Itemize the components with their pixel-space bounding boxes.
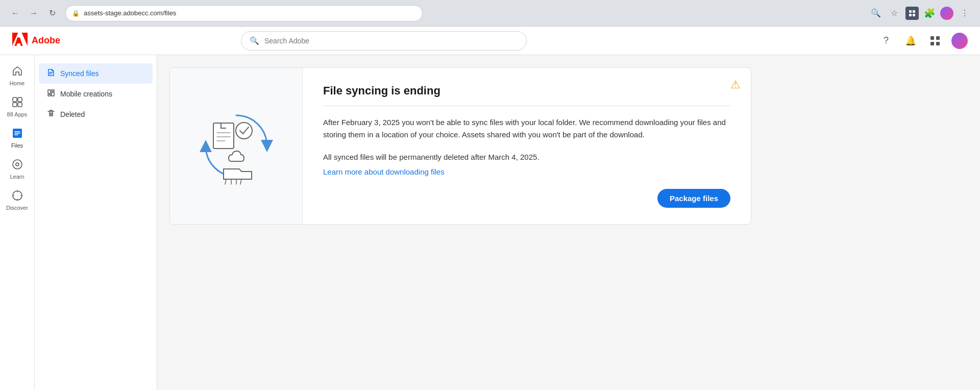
svg-rect-0 (909, 10, 912, 13)
notification-body: After February 3, 2025 you won't be able… (323, 116, 730, 141)
apps-label: 88 Apps (7, 111, 28, 117)
sidebar-item-files[interactable]: Files (3, 124, 32, 153)
top-nav: Adobe 🔍 ? 🔔 (0, 27, 980, 55)
refresh-button[interactable]: ↻ (45, 6, 59, 20)
home-icon (12, 65, 23, 78)
warning-icon: ⚠ (730, 78, 741, 91)
deleted-icon (47, 109, 55, 119)
discover-label: Discover (6, 205, 28, 211)
sync-illustration (185, 95, 287, 197)
svg-rect-1 (913, 10, 915, 13)
discover-icon (12, 190, 23, 203)
synced-files-icon (47, 68, 55, 79)
extension-icon[interactable] (905, 7, 919, 20)
content-area: ⚠ File syncing is ending After February … (157, 55, 980, 390)
home-label: Home (10, 80, 24, 86)
files-icon (12, 128, 23, 140)
svg-rect-4 (930, 36, 934, 40)
back-button[interactable]: ← (8, 6, 22, 20)
svg-rect-8 (13, 98, 17, 102)
browser-bookmark-button[interactable]: ☆ (887, 6, 901, 20)
browser-nav-buttons: ← → ↻ (8, 6, 59, 20)
mobile-creations-label: Mobile creations (60, 90, 112, 98)
sidebar-item-discover[interactable]: Discover (3, 186, 32, 215)
adobe-logo-icon (12, 33, 28, 48)
notification-sub-text: All synced files will be permanently del… (323, 151, 730, 163)
search-input[interactable] (264, 37, 518, 45)
files-label: Files (11, 142, 23, 149)
svg-rect-17 (48, 94, 51, 96)
sidebar-deleted[interactable]: Deleted (39, 104, 153, 125)
learn-icon (12, 159, 23, 172)
browser-user-avatar[interactable] (940, 7, 953, 20)
mobile-creations-icon (47, 89, 55, 99)
svg-rect-11 (18, 103, 22, 107)
help-button[interactable]: ? (878, 33, 894, 49)
learn-more-link[interactable]: Learn more about downloading files (323, 167, 445, 176)
svg-rect-16 (48, 90, 51, 93)
apps-grid-button[interactable] (927, 33, 943, 49)
address-bar-icon: 🔒 (72, 10, 80, 17)
sidebar-synced-files[interactable]: Synced files (39, 63, 153, 84)
forward-button[interactable]: → (27, 6, 41, 20)
learn-label: Learn (10, 174, 24, 180)
svg-point-14 (16, 163, 19, 166)
adobe-logo-text: Adobe (32, 35, 60, 46)
svg-rect-19 (52, 92, 54, 96)
url-text: assets-stage.adobecc.com/files (84, 9, 176, 17)
svg-rect-20 (213, 123, 234, 149)
notification-divider (323, 106, 730, 106)
svg-rect-18 (52, 90, 54, 91)
sidebar-item-home[interactable]: Home (3, 61, 32, 90)
adobe-logo[interactable]: Adobe (12, 33, 60, 48)
browser-chrome: ← → ↻ 🔒 assets-stage.adobecc.com/files 🔍… (0, 0, 980, 27)
address-bar[interactable]: 🔒 assets-stage.adobecc.com/files (65, 5, 423, 21)
svg-rect-7 (936, 42, 940, 45)
icon-nav: Home 88 Apps (0, 55, 35, 390)
app-container: Adobe 🔍 ? 🔔 (0, 27, 980, 390)
nav-icons: ? 🔔 (878, 33, 968, 49)
browser-search-button[interactable]: 🔍 (869, 6, 883, 20)
apps-icon (12, 96, 23, 109)
notification-content: ⚠ File syncing is ending After February … (303, 68, 751, 224)
package-files-button[interactable]: Package files (657, 189, 730, 208)
user-avatar[interactable] (951, 33, 968, 49)
sidebar-item-apps[interactable]: 88 Apps (3, 92, 32, 121)
extensions-button[interactable]: 🧩 (923, 7, 936, 20)
svg-rect-3 (913, 14, 915, 16)
notifications-button[interactable]: 🔔 (902, 33, 919, 49)
main-body: Home 88 Apps (0, 55, 980, 390)
svg-point-13 (13, 160, 22, 169)
svg-rect-6 (930, 42, 934, 45)
svg-rect-10 (13, 103, 17, 107)
notification-card: ⚠ File syncing is ending After February … (169, 67, 751, 225)
sidebar-mobile-creations[interactable]: Mobile creations (39, 84, 153, 104)
browser-menu-button[interactable]: ⋮ (958, 6, 972, 20)
secondary-sidebar: Synced files Mobile creations (35, 55, 157, 390)
notification-illustration (170, 68, 303, 224)
deleted-label: Deleted (60, 110, 85, 118)
notification-title: File syncing is ending (323, 84, 730, 98)
search-bar[interactable]: 🔍 (241, 31, 527, 51)
sidebar-item-learn[interactable]: Learn (3, 155, 32, 184)
synced-files-label: Synced files (60, 69, 99, 78)
svg-rect-2 (909, 14, 912, 16)
svg-rect-9 (18, 98, 22, 102)
browser-actions: 🔍 ☆ 🧩 ⋮ (869, 6, 972, 20)
svg-point-21 (236, 123, 252, 139)
svg-rect-5 (936, 36, 940, 40)
search-icon: 🔍 (250, 36, 259, 45)
